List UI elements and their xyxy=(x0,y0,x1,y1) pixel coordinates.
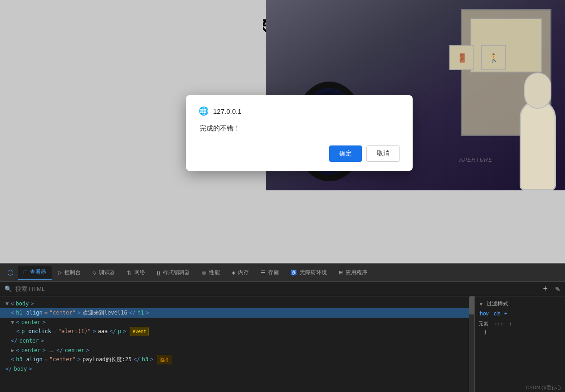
tab-storage[interactable]: ☰ 存储 xyxy=(255,266,284,279)
globe-icon: 🌐 xyxy=(199,106,209,116)
tab-memory-label: 内存 xyxy=(238,269,249,276)
html-search-input[interactable] xyxy=(15,286,539,292)
search-icon: 🔍 xyxy=(5,286,12,292)
browser-content: 欢迎来到level16 aaa APERTURE 🚪 🚶 xyxy=(0,0,565,263)
alert-message: 完成的不错！ xyxy=(199,124,400,133)
network-icon: ⇅ xyxy=(127,270,132,276)
styles-panel: ▼ 过滤样式 :hov .cls + 元素 ::: { } CSDN @君行心 xyxy=(474,296,565,392)
html-panel: ▼ <body> <h1 align="center">欢迎来到level16<… xyxy=(0,296,565,392)
memory-icon: ◈ xyxy=(232,270,235,276)
style-editor-icon: {} xyxy=(157,270,160,276)
tab-performance-label: 性能 xyxy=(209,269,220,276)
devtools-panel: ⬡ □ 查看器 ▷ 控制台 ◇ 调试器 ⇅ 网络 {} 样式编辑器 ◎ 性能 ◈… xyxy=(0,263,565,392)
tab-network[interactable]: ⇅ 网络 xyxy=(122,266,151,279)
filter-icon: ▼ xyxy=(478,301,484,307)
debugger-icon: ◇ xyxy=(93,270,96,276)
alert-buttons: 确定 取消 xyxy=(199,145,400,162)
styles-header: ▼ 过滤样式 xyxy=(478,300,561,308)
html-search-bar: 🔍 + ✎ xyxy=(0,282,565,296)
tab-inspector-label: 查看器 xyxy=(30,268,46,276)
application-icon: ⊞ xyxy=(339,270,343,276)
filter-styles-label: 过滤样式 xyxy=(487,300,508,308)
storage-icon: ☰ xyxy=(261,270,265,276)
alert-dialog: 🌐 127.0.0.1 完成的不错！ 确定 取消 xyxy=(186,95,413,171)
confirm-button[interactable]: 确定 xyxy=(329,145,362,162)
event-badge: event xyxy=(130,327,149,336)
devtools-selector-tool[interactable]: ⬡ xyxy=(4,266,17,280)
tab-debugger[interactable]: ◇ 调试器 xyxy=(87,266,121,279)
element-label: 元素 ::: { xyxy=(478,320,561,327)
tab-accessibility[interactable]: ♿ 无障碍环境 xyxy=(285,266,332,279)
scrollbar-area[interactable] xyxy=(469,296,474,392)
tab-accessibility-label: 无障碍环境 xyxy=(300,269,327,276)
tab-console[interactable]: ▷ 控制台 xyxy=(53,266,86,279)
code-line-p: <p onclick="alert(1)">aaa</p> event xyxy=(0,327,469,336)
devtools-tabs-bar: ⬡ □ 查看器 ▷ 控制台 ◇ 调试器 ⇅ 网络 {} 样式编辑器 ◎ 性能 ◈… xyxy=(0,264,565,282)
html-code-view: ▼ <body> <h1 align="center">欢迎来到level16<… xyxy=(0,296,469,392)
eyedropper-icon[interactable]: ✎ xyxy=(555,286,560,293)
tab-network-label: 网络 xyxy=(134,269,145,276)
hov-option[interactable]: :hov xyxy=(478,310,489,317)
performance-icon: ◎ xyxy=(202,270,206,276)
tab-style-editor-label: 样式编辑器 xyxy=(163,269,190,276)
tab-application-label: 应用程序 xyxy=(346,269,367,276)
element-close: } xyxy=(484,329,561,335)
accessibility-icon: ♿ xyxy=(291,270,297,276)
plus-option[interactable]: + xyxy=(504,310,507,317)
code-line-body: ▼ <body> xyxy=(0,299,469,308)
add-icon[interactable]: + xyxy=(543,284,548,294)
code-line-body-close: </body> xyxy=(0,364,469,373)
code-line-h1[interactable]: <h1 align="center">欢迎来到level16</h1> xyxy=(0,308,469,317)
alert-header: 🌐 127.0.0.1 xyxy=(199,106,400,116)
selector-icon: ⬡ xyxy=(7,268,14,277)
tab-application[interactable]: ⊞ 应用程序 xyxy=(333,266,373,279)
tab-memory[interactable]: ◈ 内存 xyxy=(226,266,254,279)
cancel-button[interactable]: 取消 xyxy=(366,145,400,162)
overflow-badge: 溢出 xyxy=(157,355,171,364)
scrollbar-thumb[interactable] xyxy=(469,296,474,315)
tab-performance[interactable]: ◎ 性能 xyxy=(196,266,225,279)
code-line-center2: ▶ <center> … </center> xyxy=(0,346,469,355)
console-icon: ▷ xyxy=(58,270,62,276)
code-line-h3: <h3 align="center">payload的长度:25</h3> 溢出 xyxy=(0,355,469,364)
tab-console-label: 控制台 xyxy=(64,269,81,276)
csdn-watermark: CSDN @君行心 xyxy=(526,384,561,391)
tab-debugger-label: 调试器 xyxy=(99,269,115,276)
code-line-center1-close: </center> xyxy=(0,336,469,345)
tab-style-editor[interactable]: {} 样式编辑器 xyxy=(151,266,195,279)
styles-options: :hov .cls + xyxy=(478,310,561,317)
alert-origin: 127.0.0.1 xyxy=(213,107,242,115)
cls-option[interactable]: .cls xyxy=(492,310,501,317)
tab-storage-label: 存储 xyxy=(268,269,279,276)
code-line-center1: ▼ <center> xyxy=(0,318,469,327)
styles-content: 元素 ::: { } xyxy=(478,320,561,335)
inspector-icon: □ xyxy=(24,269,27,276)
tab-inspector[interactable]: □ 查看器 xyxy=(18,266,52,280)
